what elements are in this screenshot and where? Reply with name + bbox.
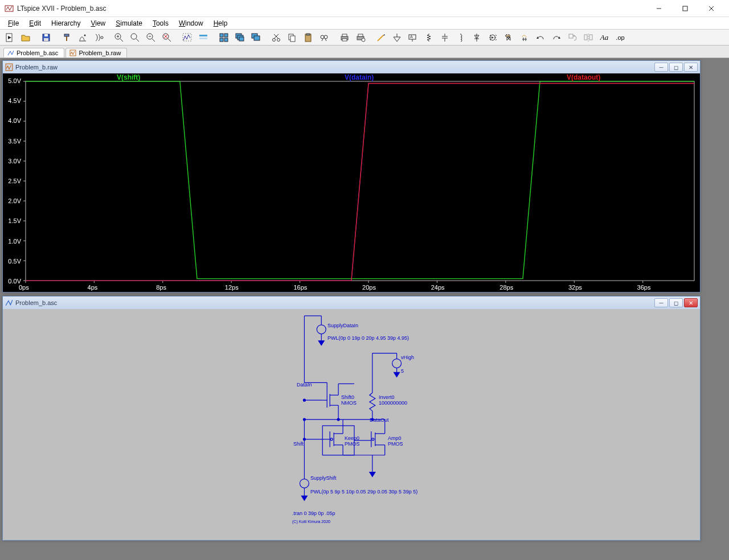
new-schematic-button[interactable] bbox=[2, 31, 17, 44]
drag-button[interactable] bbox=[517, 31, 532, 44]
x-axis-label: 28ps bbox=[499, 284, 513, 291]
mirror-button[interactable] bbox=[581, 31, 596, 44]
close-windows-button[interactable] bbox=[248, 31, 263, 44]
zoom-in-button[interactable] bbox=[112, 31, 126, 44]
label-amp0: Amp0 bbox=[388, 435, 402, 441]
trace-label[interactable]: V(dataout) bbox=[567, 73, 600, 81]
close-button[interactable] bbox=[698, 0, 724, 17]
redo-button[interactable] bbox=[549, 31, 564, 44]
label-net-button[interactable]: A bbox=[406, 31, 420, 44]
label-pmos1: PMOS bbox=[345, 441, 360, 447]
find-button[interactable] bbox=[317, 31, 331, 44]
svg-marker-107 bbox=[318, 341, 324, 345]
child-minimize-button[interactable]: ─ bbox=[654, 63, 668, 72]
menu-help[interactable]: Help bbox=[209, 18, 232, 28]
resistor-button[interactable] bbox=[421, 31, 436, 44]
zoom-pan-button[interactable] bbox=[128, 31, 142, 44]
paste-button[interactable] bbox=[301, 31, 316, 44]
svg-line-50 bbox=[322, 39, 323, 41]
label-copyright: (C) Koiti Kimura 2020 bbox=[292, 520, 330, 524]
plot-canvas[interactable] bbox=[3, 73, 700, 292]
open-button[interactable] bbox=[18, 31, 33, 44]
draw-wire-button[interactable] bbox=[374, 31, 388, 44]
label-dataout: DataOut bbox=[370, 417, 389, 423]
schematic-canvas[interactable]: SupplyDataIn PWL(0p 0 19p 0 20p 4.95 39p… bbox=[3, 309, 700, 540]
svg-point-48 bbox=[321, 35, 324, 39]
text-button[interactable]: Aa bbox=[597, 31, 612, 44]
y-axis-label: 3.5V bbox=[3, 138, 21, 145]
toolbar: A Aa .op bbox=[0, 30, 729, 46]
autorange-button[interactable] bbox=[180, 31, 195, 44]
rotate-button[interactable] bbox=[565, 31, 580, 44]
plot-area[interactable]: V(shift)V(datain)V(dataout) 5.0V4.5V4.0V… bbox=[3, 73, 700, 292]
svg-point-111 bbox=[392, 359, 402, 368]
halt-button[interactable] bbox=[91, 31, 106, 44]
label-supplydatain: SupplyDataIn bbox=[327, 323, 358, 328]
svg-marker-113 bbox=[394, 372, 400, 377]
tile-windows-button[interactable] bbox=[216, 31, 231, 44]
trace-label[interactable]: V(shift) bbox=[117, 73, 140, 81]
print-setup-button[interactable] bbox=[353, 31, 368, 44]
pick-visible-button[interactable] bbox=[196, 31, 211, 44]
zoom-fit-button[interactable] bbox=[159, 31, 174, 44]
move-button[interactable] bbox=[501, 31, 516, 44]
run-button[interactable] bbox=[75, 31, 90, 44]
svg-point-41 bbox=[277, 38, 280, 41]
label-nmos: NMOS bbox=[341, 400, 357, 406]
x-axis-label: 32ps bbox=[568, 284, 582, 291]
svg-line-25 bbox=[168, 39, 171, 42]
undo-button[interactable] bbox=[533, 31, 548, 44]
y-axis-label: 5.0V bbox=[3, 77, 21, 84]
waveform-titlebar[interactable]: Problem_b.raw ─ ◻ ✕ bbox=[3, 61, 700, 73]
y-axis-label: 4.0V bbox=[3, 117, 21, 124]
cascade-button[interactable] bbox=[232, 31, 247, 44]
print-button[interactable] bbox=[337, 31, 352, 44]
menu-tools[interactable]: Tools bbox=[148, 18, 173, 28]
inductor-button[interactable] bbox=[453, 31, 468, 44]
label-datain: DataIn bbox=[297, 382, 312, 388]
minimize-button[interactable] bbox=[646, 0, 672, 17]
ground-button[interactable] bbox=[390, 31, 404, 44]
trace-label[interactable]: V(datain) bbox=[345, 73, 374, 81]
child-maximize-button[interactable]: ◻ bbox=[669, 63, 683, 72]
schematic-window[interactable]: Problem_b.asc ─ ◻ ✕ bbox=[2, 296, 701, 541]
schematic-titlebar[interactable]: Problem_b.asc ─ ◻ ✕ bbox=[3, 297, 700, 309]
copy-button[interactable] bbox=[285, 31, 300, 44]
child-close-button[interactable]: ✕ bbox=[684, 298, 698, 307]
tab-schematic[interactable]: Problem_b.asc bbox=[3, 48, 64, 57]
waveform-window-title: Problem_b.raw bbox=[15, 64, 652, 71]
zoom-out-button[interactable] bbox=[144, 31, 158, 44]
component-button[interactable] bbox=[485, 31, 500, 44]
save-button[interactable] bbox=[39, 31, 54, 44]
svg-rect-47 bbox=[306, 34, 310, 35]
svg-rect-11 bbox=[66, 36, 67, 41]
svg-line-51 bbox=[325, 39, 326, 41]
spice-directive-button[interactable]: .op bbox=[613, 31, 628, 44]
waveform-window[interactable]: Problem_b.raw ─ ◻ ✕ V(shift)V(datain)V(d… bbox=[2, 60, 701, 293]
schematic-svg[interactable] bbox=[3, 309, 700, 540]
svg-rect-56 bbox=[358, 34, 363, 36]
diode-button[interactable] bbox=[469, 31, 484, 44]
menu-file[interactable]: File bbox=[3, 18, 23, 28]
cut-button[interactable] bbox=[269, 31, 284, 44]
menu-window[interactable]: Window bbox=[174, 18, 208, 28]
schematic-icon bbox=[7, 50, 14, 56]
svg-point-105 bbox=[317, 325, 326, 334]
y-axis-label: 1.0V bbox=[3, 238, 21, 245]
menu-edit[interactable]: Edit bbox=[24, 18, 46, 28]
child-close-button[interactable]: ✕ bbox=[684, 63, 698, 72]
hammer-icon[interactable] bbox=[59, 31, 74, 44]
tab-waveform[interactable]: Problem_b.raw bbox=[65, 48, 127, 57]
child-minimize-button[interactable]: ─ bbox=[654, 298, 668, 307]
svg-marker-147 bbox=[370, 472, 375, 477]
capacitor-button[interactable] bbox=[437, 31, 452, 44]
menu-hierarchy[interactable]: Hierarchy bbox=[47, 18, 85, 28]
svg-marker-157 bbox=[301, 496, 307, 500]
menu-view[interactable]: View bbox=[86, 18, 110, 28]
svg-line-16 bbox=[120, 39, 123, 42]
svg-rect-32 bbox=[224, 34, 228, 37]
menu-simulate[interactable]: Simulate bbox=[111, 18, 147, 28]
child-maximize-button[interactable]: ◻ bbox=[669, 298, 683, 307]
y-axis-label: 3.0V bbox=[3, 158, 21, 164]
maximize-button[interactable] bbox=[672, 0, 698, 17]
